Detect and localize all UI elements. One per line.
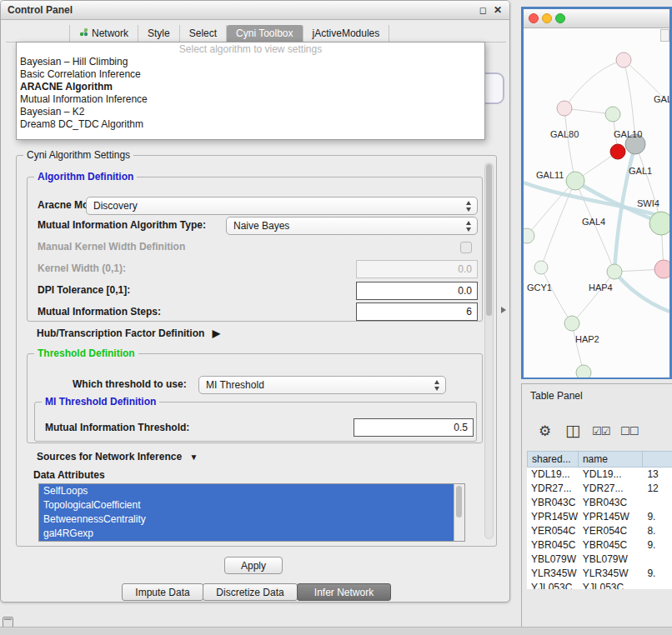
- node-label: GAL80: [550, 129, 579, 139]
- dropdown-option[interactable]: Bayesian – K2: [17, 106, 484, 118]
- dropdown-option[interactable]: Dream8 DC_TDC Algorithm: [17, 118, 484, 131]
- node-label: GAL4: [582, 217, 605, 227]
- network-node[interactable]: [566, 172, 584, 190]
- data-attributes-list: SelfLoops TopologicalCoefficient Between…: [38, 483, 465, 542]
- network-node[interactable]: [557, 101, 572, 116]
- tab-label: Style: [148, 25, 170, 42]
- cell: YBL079W: [527, 552, 579, 567]
- table-row[interactable]: YBR045C YBR045C 9.: [527, 538, 672, 552]
- tab-jactivemodules[interactable]: jActiveModules: [303, 25, 390, 42]
- tab-network[interactable]: Network: [69, 25, 138, 42]
- deselect-all-icon[interactable]: ☐☐: [620, 425, 638, 438]
- attribute-item-selected[interactable]: BetweennessCentrality: [39, 512, 454, 527]
- group-title: Algorithm Definition: [34, 171, 137, 182]
- tab-infer-network[interactable]: Infer Network: [297, 583, 391, 601]
- dropdown-option[interactable]: Mutual Information Inference: [17, 93, 484, 106]
- network-edge: [564, 108, 575, 181]
- attributes-scrollbar-thumb[interactable]: [456, 486, 462, 518]
- network-node[interactable]: [616, 52, 631, 68]
- attribute-item-selected[interactable]: gal4RGexp: [39, 527, 454, 541]
- cell: 9.: [643, 538, 672, 552]
- column-header-extra[interactable]: [643, 451, 672, 468]
- mi-type-combobox[interactable]: Naive Bayes: [226, 217, 478, 235]
- network-node[interactable]: [610, 144, 625, 159]
- cell: YJL053C: [527, 581, 579, 589]
- combobox-value: MI Threshold: [206, 377, 264, 393]
- cell: YBR045C: [579, 538, 644, 552]
- dropdown-option-selected[interactable]: ARACNE Algorithm: [17, 81, 484, 93]
- network-node[interactable]: [534, 261, 548, 274]
- network-node[interactable]: [576, 365, 591, 378]
- table-row[interactable]: YBL079W YBL079W: [527, 552, 672, 567]
- close-icon[interactable]: ✕: [494, 1, 502, 19]
- table-row[interactable]: YDR27... YDR27... 12: [527, 482, 672, 496]
- float-window-icon[interactable]: ◻: [479, 1, 487, 19]
- network-node[interactable]: [605, 107, 620, 122]
- canvas-scrollbar-fragment: [660, 29, 669, 42]
- settings-scrollbar-thumb[interactable]: [486, 164, 492, 316]
- expand-icon[interactable]: ▶: [213, 328, 220, 339]
- network-window-titlebar[interactable]: [524, 9, 669, 28]
- column-selector-icon[interactable]: ◫: [565, 421, 580, 440]
- attributes-scrollbar[interactable]: [454, 484, 464, 541]
- gear-icon[interactable]: ⚙: [539, 422, 551, 440]
- control-panel-tabstrip: Network Style Select Cyni Toolbox jActiv…: [69, 25, 389, 42]
- mi-steps-field[interactable]: 6: [356, 302, 478, 321]
- table-row[interactable]: YDL19... YDL19... 13: [527, 468, 672, 482]
- network-node[interactable]: [654, 260, 669, 278]
- sources-section[interactable]: Sources for Network Inference ▼: [37, 451, 198, 462]
- select-all-icon[interactable]: ☑☑: [592, 425, 609, 438]
- aracne-mode-combobox[interactable]: Discovery: [86, 197, 478, 215]
- close-traffic-light[interactable]: [529, 13, 539, 23]
- column-header-shared-name[interactable]: shared...: [527, 451, 579, 468]
- dpi-tolerance-field[interactable]: 0.0: [356, 282, 478, 300]
- group-title: MI Threshold Definition: [42, 396, 159, 408]
- combobox-arrows-icon: [466, 201, 472, 212]
- attribute-item-selected[interactable]: SelfLoops: [39, 484, 454, 498]
- dropdown-option[interactable]: Basic Correlation Inference: [17, 68, 484, 81]
- dropdown-prompt: Select algorithm to view settings: [17, 42, 484, 56]
- window-title: Control Panel: [8, 1, 73, 19]
- split-pane-collapse-icon[interactable]: [501, 307, 506, 313]
- hub-factor-section[interactable]: Hub/Transcription Factor Definition ▶: [37, 328, 220, 339]
- which-threshold-combobox[interactable]: MI Threshold: [198, 376, 446, 394]
- manual-kernel-checkbox: [460, 242, 472, 253]
- network-node[interactable]: [607, 264, 622, 279]
- tab-discretize-data[interactable]: Discretize Data: [203, 583, 298, 601]
- cell: YDR27...: [579, 482, 644, 496]
- minimize-traffic-light[interactable]: [542, 13, 552, 23]
- table-row[interactable]: YPR145W YPR145W 9.: [527, 510, 672, 524]
- node-label: SWI4: [637, 198, 659, 208]
- table-row[interactable]: YLR345W YLR345W 9.: [527, 567, 672, 581]
- network-node[interactable]: [524, 228, 534, 243]
- node-label: GAL11: [536, 170, 564, 180]
- network-canvas[interactable]: GAL80 GAL10 GAL11 GAL1 SWI4 GAL4 GCY1 HA…: [524, 28, 669, 378]
- mi-threshold-field[interactable]: 0.5: [354, 418, 474, 437]
- data-attributes-label: Data Attributes: [33, 469, 105, 481]
- attribute-item-selected[interactable]: TopologicalCoefficient: [39, 498, 454, 512]
- network-node[interactable]: [649, 212, 669, 235]
- settings-scrollbar[interactable]: [484, 162, 494, 539]
- tab-label: Select: [189, 25, 217, 42]
- zoom-traffic-light[interactable]: [555, 13, 565, 23]
- tab-impute-data[interactable]: Impute Data: [122, 583, 203, 601]
- table-header-row: shared... name: [527, 451, 672, 468]
- cell: YBR045C: [527, 538, 579, 552]
- status-bar: [0, 627, 672, 635]
- network-node[interactable]: [564, 316, 579, 331]
- table-row[interactable]: YJL053C YJL053C: [527, 581, 672, 589]
- kernel-width-label: Kernel Width (0,1):: [38, 262, 126, 274]
- node-label: HAP4: [589, 282, 613, 292]
- dropdown-option[interactable]: Bayesian – Hill Climbing: [17, 56, 484, 68]
- control-panel-titlebar[interactable]: Control Panel ◻ ✕: [1, 1, 509, 20]
- table-row[interactable]: YBR043C YBR043C: [527, 496, 672, 510]
- table-row[interactable]: YER054C YER054C 8.: [527, 524, 672, 538]
- cell: 9.: [643, 567, 672, 581]
- column-header-name[interactable]: name: [579, 451, 643, 468]
- tab-cyni-toolbox[interactable]: Cyni Toolbox: [227, 25, 303, 42]
- combobox-value: Discovery: [93, 198, 138, 214]
- tab-style[interactable]: Style: [138, 25, 180, 42]
- collapse-icon[interactable]: ▼: [189, 452, 198, 462]
- apply-button[interactable]: Apply: [224, 557, 283, 574]
- tab-select[interactable]: Select: [180, 25, 227, 42]
